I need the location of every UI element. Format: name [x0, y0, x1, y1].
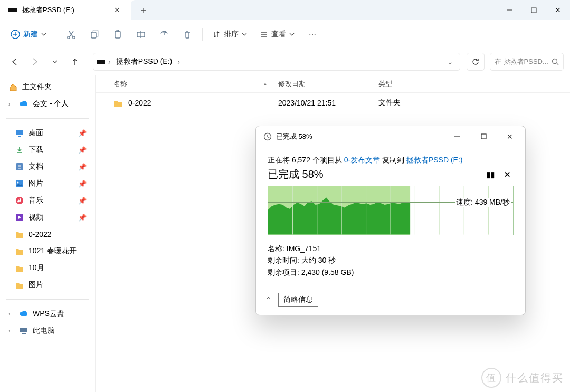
chevron-right-icon: ›	[8, 328, 15, 334]
column-name[interactable]: 名称▲	[96, 79, 278, 89]
dest-link[interactable]: 拯救者PSSD (E:)	[406, 156, 463, 164]
recent-button[interactable]	[46, 53, 63, 70]
close-window-button[interactable]: ✕	[546, 0, 570, 20]
svg-rect-28	[22, 333, 26, 334]
chevron-down-icon	[289, 33, 294, 36]
column-date[interactable]: 修改日期	[278, 79, 378, 89]
sidebar-item-documents[interactable]: 文档📌	[2, 159, 93, 175]
chevron-up-icon[interactable]: ⌃	[265, 295, 272, 304]
dialog-percent: 已完成 58%	[268, 167, 480, 181]
pin-icon: 📌	[78, 129, 87, 137]
refresh-button[interactable]	[467, 53, 484, 71]
sidebar-home[interactable]: 主文件夹	[2, 79, 93, 95]
folder-icon	[15, 246, 24, 256]
maximize-button[interactable]	[521, 0, 546, 20]
share-button[interactable]	[154, 25, 175, 44]
file-row[interactable]: 0-2022 2023/10/21 21:51 文件夹	[96, 93, 570, 113]
svg-point-5	[68, 36, 70, 38]
dialog-details: 名称: IMG_7151 剩余时间: 大约 30 秒 剩余项目: 2,430 (…	[268, 243, 514, 278]
sidebar-folder[interactable]: 1021 春暖花开	[2, 243, 93, 259]
pin-icon: 📌	[78, 146, 87, 154]
sidebar-folder[interactable]: 10月	[2, 260, 93, 276]
window-controls: ✕	[497, 0, 570, 20]
sidebar-item-music[interactable]: 音乐📌	[2, 193, 93, 208]
sort-icon	[212, 30, 221, 39]
svg-point-24	[17, 182, 19, 184]
sidebar-item-desktop[interactable]: 桌面📌	[2, 125, 93, 141]
new-button[interactable]: 新建	[5, 26, 52, 42]
watermark: 值 什么值得买	[481, 368, 564, 388]
sidebar: 主文件夹 › 会文 - 个人 桌面📌 下载📌 文档📌 图片📌 音乐📌 视频📌 0…	[0, 75, 95, 392]
drive-icon	[8, 8, 17, 12]
rename-button[interactable]	[130, 25, 151, 44]
view-button[interactable]: 查看	[254, 25, 300, 44]
title-bar: 拯救者PSSD (E:) ✕ ＋ ✕	[0, 0, 570, 20]
address-bar[interactable]: › 拯救者PSSD (E:) › ⌄	[93, 53, 460, 71]
chevron-right-icon: ›	[8, 101, 15, 107]
sidebar-folder[interactable]: 0-2022	[2, 226, 93, 242]
pause-button[interactable]: ▮▮	[484, 170, 497, 179]
svg-rect-17	[16, 130, 23, 135]
chevron-down-icon[interactable]: ⌄	[444, 58, 457, 66]
speed-label: 速度: 439 MB/秒	[455, 198, 511, 207]
svg-rect-8	[115, 31, 120, 38]
up-button[interactable]	[66, 53, 83, 70]
brief-info-button[interactable]: 简略信息	[278, 293, 318, 307]
close-tab-button[interactable]: ✕	[110, 3, 125, 17]
video-icon	[15, 213, 24, 222]
source-link[interactable]: 0-发布文章	[344, 156, 380, 164]
dialog-maximize-button[interactable]	[472, 129, 495, 145]
pin-icon: 📌	[78, 197, 87, 205]
chevron-down-icon	[41, 33, 46, 36]
svg-rect-7	[91, 32, 96, 38]
dialog-minimize-button[interactable]	[446, 129, 468, 145]
pin-icon: 📌	[78, 214, 87, 222]
new-label: 新建	[23, 30, 38, 39]
search-input[interactable]: 在 拯救者PSSD...	[490, 53, 564, 71]
chevron-right-icon: ›	[8, 311, 15, 317]
back-button[interactable]	[6, 53, 23, 70]
more-button[interactable]: ⋯	[302, 25, 323, 44]
delete-button[interactable]	[177, 25, 198, 44]
dialog-close-button[interactable]: ✕	[499, 129, 521, 145]
cut-button[interactable]	[61, 25, 82, 44]
view-icon	[260, 30, 268, 39]
pin-icon: 📌	[78, 163, 87, 171]
search-icon	[552, 58, 559, 65]
chevron-right-icon: ›	[108, 58, 111, 66]
sidebar-item-downloads[interactable]: 下载📌	[2, 142, 93, 158]
new-tab-button[interactable]: ＋	[136, 3, 151, 17]
dialog-title: 已完成 58%	[276, 132, 442, 141]
tab-strip: ＋	[131, 0, 497, 20]
paste-button[interactable]	[107, 25, 128, 44]
chevron-right-icon: ›	[177, 58, 180, 66]
tab-title: 拯救者PSSD (E:)	[22, 5, 104, 15]
cancel-button[interactable]: ✕	[501, 170, 514, 179]
folder-icon	[15, 230, 24, 239]
sidebar-item-videos[interactable]: 视频📌	[2, 209, 93, 225]
breadcrumb-root[interactable]: 拯救者PSSD (E:)	[114, 56, 175, 68]
active-tab[interactable]: 拯救者PSSD (E:) ✕	[0, 0, 131, 20]
separator	[6, 118, 89, 119]
sidebar-item-pictures[interactable]: 图片📌	[2, 176, 93, 192]
sidebar-cloud[interactable]: › 会文 - 个人	[2, 96, 93, 112]
home-icon	[8, 82, 18, 92]
chevron-down-icon	[242, 33, 247, 36]
dialog-footer: ⌃ 简略信息	[256, 288, 525, 315]
plus-circle-icon	[11, 30, 20, 39]
dialog-summary-line: 正在将 6,572 个项目从 0-发布文章 复制到 拯救者PSSD (E:)	[268, 156, 514, 165]
nav-row: › 拯救者PSSD (E:) › ⌄ 在 拯救者PSSD...	[0, 49, 570, 75]
copy-button[interactable]	[84, 25, 105, 44]
sidebar-folder[interactable]: 图片	[2, 277, 93, 293]
sidebar-wps[interactable]: ›WPS云盘	[2, 306, 93, 322]
forward-button[interactable]	[26, 53, 43, 70]
speed-chart: 速度: 439 MB/秒	[268, 186, 514, 235]
minimize-button[interactable]	[497, 0, 521, 20]
column-type[interactable]: 类型	[378, 79, 447, 89]
dialog-title-bar[interactable]: 已完成 58% ✕	[256, 126, 525, 147]
document-icon	[15, 162, 24, 171]
sort-indicator-icon: ▲	[263, 81, 268, 87]
sort-button[interactable]: 排序	[207, 25, 252, 44]
desktop-icon	[15, 128, 24, 138]
sidebar-thispc[interactable]: ›此电脑	[2, 323, 93, 339]
